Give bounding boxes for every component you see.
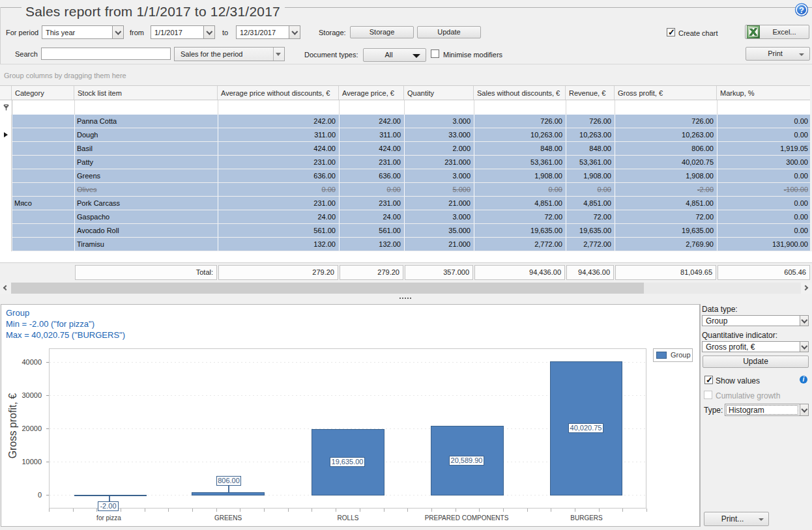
svg-text:?: ?: [799, 5, 804, 15]
